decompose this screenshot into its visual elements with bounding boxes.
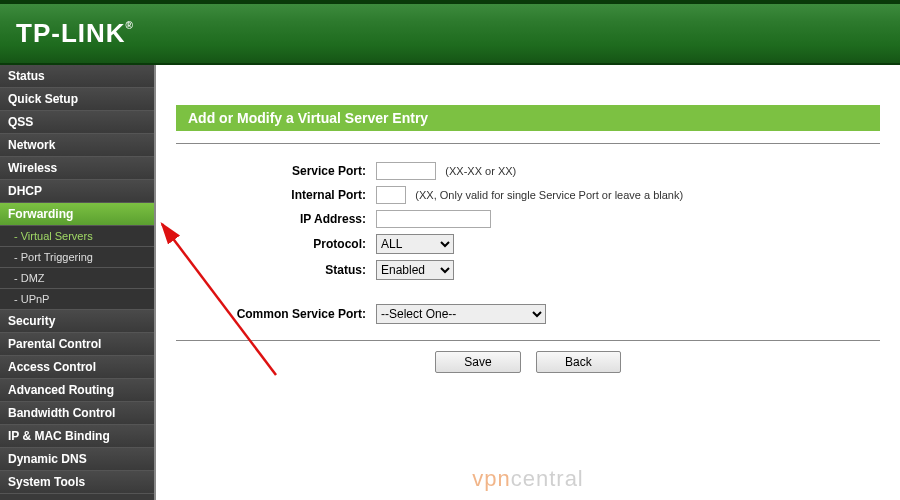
divider-bottom	[176, 340, 880, 341]
watermark-prefix: vpn	[472, 466, 510, 491]
sidebar-item-ip-mac-binding[interactable]: IP & MAC Binding	[0, 425, 154, 448]
sidebar-item-system-tools[interactable]: System Tools	[0, 471, 154, 494]
label-ip-address: IP Address:	[176, 212, 376, 226]
sidebar-sub-upnp[interactable]: - UPnP	[0, 289, 154, 310]
watermark: vpncentral	[472, 466, 584, 492]
sidebar-item-parental-control[interactable]: Parental Control	[0, 333, 154, 356]
label-common-service-port: Common Service Port:	[176, 307, 376, 321]
label-status: Status:	[176, 263, 376, 277]
sidebar-item-advanced-routing[interactable]: Advanced Routing	[0, 379, 154, 402]
page-title: Add or Modify a Virtual Server Entry	[176, 105, 880, 131]
row-status: Status: Enabled	[176, 260, 880, 280]
input-service-port[interactable]	[376, 162, 436, 180]
watermark-suffix: central	[511, 466, 584, 491]
save-button[interactable]: Save	[435, 351, 520, 373]
sidebar-sub-port-triggering[interactable]: - Port Triggering	[0, 247, 154, 268]
sidebar-sub-dmz[interactable]: - DMZ	[0, 268, 154, 289]
button-row: Save Back	[156, 351, 900, 373]
sidebar-item-bandwidth-control[interactable]: Bandwidth Control	[0, 402, 154, 425]
sidebar-item-status[interactable]: Status	[0, 65, 154, 88]
sidebar-item-access-control[interactable]: Access Control	[0, 356, 154, 379]
sidebar-item-security[interactable]: Security	[0, 310, 154, 333]
sidebar-item-network[interactable]: Network	[0, 134, 154, 157]
label-protocol: Protocol:	[176, 237, 376, 251]
sidebar-item-wireless[interactable]: Wireless	[0, 157, 154, 180]
row-protocol: Protocol: ALL	[176, 234, 880, 254]
hint-internal-port: (XX, Only valid for single Service Port …	[415, 189, 683, 201]
field-common-service-port: --Select One--	[376, 304, 546, 324]
content: Status Quick Setup QSS Network Wireless …	[0, 65, 900, 500]
header: TP-LINK®	[0, 0, 900, 65]
field-status: Enabled	[376, 260, 454, 280]
row-common-service-port: Common Service Port: --Select One--	[176, 304, 880, 324]
label-service-port: Service Port:	[176, 164, 376, 178]
input-internal-port[interactable]	[376, 186, 406, 204]
field-service-port: (XX-XX or XX)	[376, 162, 516, 180]
field-protocol: ALL	[376, 234, 454, 254]
spacer	[176, 286, 880, 304]
field-internal-port: (XX, Only valid for single Service Port …	[376, 186, 683, 204]
sidebar-item-dynamic-dns[interactable]: Dynamic DNS	[0, 448, 154, 471]
sidebar-sub-virtual-servers[interactable]: - Virtual Servers	[0, 226, 154, 247]
main-panel: Add or Modify a Virtual Server Entry Ser…	[156, 65, 900, 500]
field-ip-address	[376, 210, 491, 228]
brand-text: TP-LINK	[16, 18, 126, 48]
sidebar-item-quick-setup[interactable]: Quick Setup	[0, 88, 154, 111]
sidebar-item-forwarding[interactable]: Forwarding	[0, 203, 154, 226]
row-internal-port: Internal Port: (XX, Only valid for singl…	[176, 186, 880, 204]
brand-logo: TP-LINK®	[16, 18, 134, 49]
form-area: Service Port: (XX-XX or XX) Internal Por…	[156, 144, 900, 340]
label-internal-port: Internal Port:	[176, 188, 376, 202]
select-status[interactable]: Enabled	[376, 260, 454, 280]
select-protocol[interactable]: ALL	[376, 234, 454, 254]
select-common-service-port[interactable]: --Select One--	[376, 304, 546, 324]
input-ip-address[interactable]	[376, 210, 491, 228]
row-ip-address: IP Address:	[176, 210, 880, 228]
sidebar-item-dhcp[interactable]: DHCP	[0, 180, 154, 203]
registered-mark: ®	[126, 20, 134, 31]
sidebar-item-qss[interactable]: QSS	[0, 111, 154, 134]
back-button[interactable]: Back	[536, 351, 621, 373]
hint-service-port: (XX-XX or XX)	[445, 165, 516, 177]
row-service-port: Service Port: (XX-XX or XX)	[176, 162, 880, 180]
sidebar: Status Quick Setup QSS Network Wireless …	[0, 65, 156, 500]
